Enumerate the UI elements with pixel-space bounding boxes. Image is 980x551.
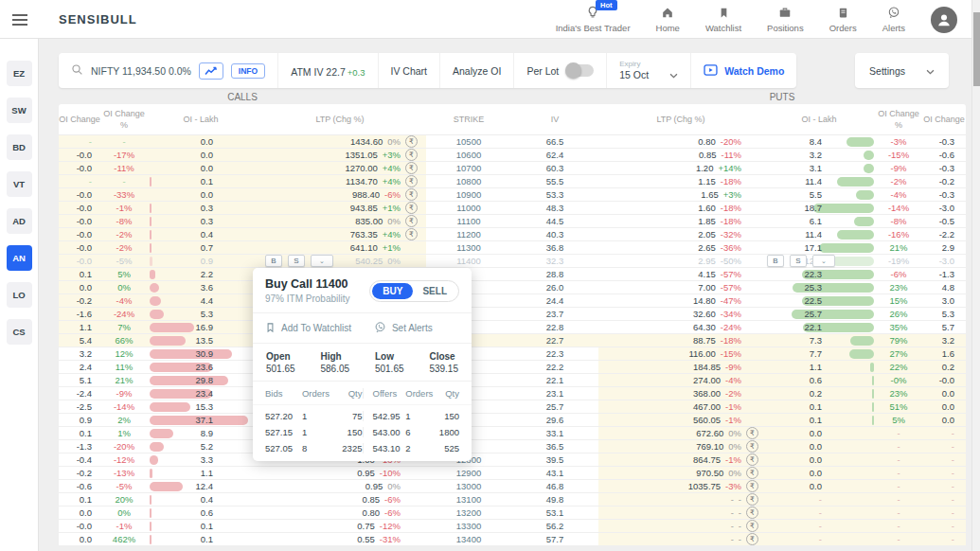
option-row-11100[interactable]: -0.0-8%0.3835.000%₹1110044.51.85-18%6.1-… bbox=[59, 215, 966, 228]
nav-item-best-trader[interactable]: Hot India's Best Trader bbox=[556, 6, 631, 33]
option-row[interactable]: -1.3-20%5.236.5769.100%₹0.0-- bbox=[59, 440, 966, 453]
option-row-11000[interactable]: -0.0-1%0.3943.85+1%₹1100048.31.60-18%18.… bbox=[59, 202, 966, 215]
sidebar-item-bd[interactable]: BD bbox=[7, 134, 32, 160]
put-oi-lakh: 5.5 bbox=[763, 188, 875, 201]
option-row[interactable]: -2.4-9%23.423.1368.00-2%0.223%0.0 bbox=[59, 387, 966, 400]
option-row[interactable]: -1.6-24%5.323.732.60-34%25.726%5.3 bbox=[59, 308, 966, 321]
option-row-11300[interactable]: -0.0-2%0.7641.10+1%1130036.82.65-36%17.1… bbox=[59, 241, 966, 255]
watch-demo-button[interactable]: Watch Demo bbox=[704, 64, 784, 78]
call-oi-change-pct: -2% bbox=[100, 241, 148, 254]
put-oi-change: -0.0 bbox=[922, 374, 966, 386]
analyze-oi-link[interactable]: Analyze OI bbox=[453, 65, 501, 77]
expiry-value: 15 Oct bbox=[619, 69, 649, 81]
nav-item-alerts[interactable]: Alerts bbox=[882, 6, 905, 33]
col-header-call-oi-change: OI Change bbox=[59, 115, 100, 126]
option-row[interactable]: 0.00%3.626.07.00-57%25.323%4.8 bbox=[59, 281, 966, 294]
nav-item-positions[interactable]: Positions bbox=[767, 6, 804, 33]
put-ltp: 7.00-57% bbox=[598, 281, 763, 293]
sidebar-item-an[interactable]: AN bbox=[7, 245, 32, 271]
option-row-10900[interactable]: -0.0-33%0.0988.40-6%₹1090053.31.65+3%5.5… bbox=[59, 188, 966, 202]
symbol-search[interactable]: NIFTY 11,934.50 0.0% INFO bbox=[59, 53, 277, 88]
option-row[interactable]: 0.11%8.933.1672.600%₹0.0-- bbox=[59, 427, 966, 440]
rupee-circle-icon: ₹ bbox=[405, 149, 418, 161]
put-oi-change: 1.6 bbox=[922, 347, 966, 360]
sidebar-item-vt[interactable]: VT bbox=[7, 171, 32, 197]
option-row[interactable]: -2.5-14%15.325.7467.00-1%0.151%0.0 bbox=[59, 400, 966, 414]
iv-value: 22.7 bbox=[511, 334, 598, 347]
expiry-dropdown[interactable]: Expiry 15 Oct bbox=[606, 53, 690, 88]
option-row-10700[interactable]: -0.0-11%0.01270.00+4%₹1070060.31.20+14%3… bbox=[59, 162, 966, 175]
add-to-watchlist-button[interactable]: Add To Watchlist bbox=[265, 322, 351, 335]
option-row[interactable]: 5.466%13.522.788.75-18%7.379%3.2 bbox=[59, 334, 966, 347]
put-ltp: --₹ bbox=[598, 493, 763, 506]
symbol-quote: NIFTY 11,934.50 0.0% bbox=[91, 65, 191, 77]
option-row-13100[interactable]: 0.120%0.40.85-6%1310049.8--₹--- bbox=[59, 493, 966, 507]
iv-chart-link[interactable]: IV Chart bbox=[391, 65, 428, 77]
put-sell-button[interactable]: S bbox=[790, 255, 807, 267]
call-sell-button[interactable]: S bbox=[288, 255, 305, 267]
sell-toggle-button[interactable]: SELL bbox=[413, 283, 456, 299]
call-oi-change-pct: -11% bbox=[100, 162, 148, 174]
option-row[interactable]: -0.2-4%4.424.414.80-47%22.515%3.0 bbox=[59, 294, 966, 308]
iv-value: 22.2 bbox=[511, 361, 598, 373]
call-buy-button[interactable]: B bbox=[265, 255, 282, 267]
per-lot-toggle[interactable] bbox=[566, 64, 594, 77]
option-row[interactable]: 3.212%30.922.3116.00-15%7.727%1.6 bbox=[59, 347, 966, 361]
sidebar-item-ad[interactable]: AD bbox=[7, 208, 32, 234]
call-ltp: 0.950% bbox=[254, 480, 426, 492]
call-oi-lakh: 5.3 bbox=[148, 308, 254, 320]
option-row-13200[interactable]: 0.00%0.60.80-6%1320053.1--₹--- bbox=[59, 507, 966, 520]
option-row[interactable]: 0.15%2.228.84.15-57%22.3-6%-1.3 bbox=[59, 268, 966, 281]
profile-avatar[interactable] bbox=[931, 7, 957, 33]
rupee-circle-icon: ₹ bbox=[405, 162, 418, 174]
sidebar-item-sw[interactable]: SW bbox=[7, 98, 32, 123]
settings-dropdown[interactable]: Settings bbox=[855, 53, 949, 88]
option-row[interactable]: 1.17%16.922.864.30-24%22.135%5.7 bbox=[59, 321, 966, 334]
option-row-10500[interactable]: --0.01434.600%₹1050066.50.80-20%8.4-3%-0… bbox=[59, 135, 966, 149]
option-row[interactable]: 5.121%29.822.1274.00-4%0.6-0%-0.0 bbox=[59, 374, 966, 387]
atm-iv-section: ATM IV 22.7+0.3 bbox=[277, 53, 377, 88]
option-row-12800[interactable]: -0.4-12%3.31.00-13%1280039.5864.75-1%₹0.… bbox=[59, 453, 966, 467]
call-oi-lakh: 0.3 bbox=[148, 202, 254, 214]
iv-value: 26.0 bbox=[511, 281, 598, 293]
put-ltp: 467.00-1% bbox=[598, 400, 763, 413]
put-buy-button[interactable]: B bbox=[767, 255, 784, 267]
put-oi-change: 2.9 bbox=[922, 241, 966, 254]
info-button[interactable]: INFO bbox=[231, 63, 265, 79]
nav-item-home[interactable]: Home bbox=[656, 6, 680, 33]
strike-price: 11400 bbox=[426, 255, 511, 267]
option-row-13300[interactable]: -0.0-1%0.10.75-12%1330056.2--₹--- bbox=[59, 520, 966, 533]
call-oi-change-pct: 20% bbox=[100, 493, 148, 506]
call-more-button[interactable]: ⌄ bbox=[311, 255, 333, 267]
sidebar-item-lo[interactable]: LO bbox=[7, 282, 32, 308]
option-row-10800[interactable]: --0.11134.70+4%₹1080055.51.15-18%11.4-2%… bbox=[59, 175, 966, 188]
atm-iv-change: +0.3 bbox=[347, 67, 365, 78]
option-row[interactable]: 2.411%23.622.2184.85-9%1.122%0.2 bbox=[59, 361, 966, 374]
option-row[interactable]: 0.92%37.129.6560.05-1%0.15%0.0 bbox=[59, 414, 966, 427]
put-more-button[interactable]: ⌄ bbox=[812, 255, 835, 267]
atm-iv-value: ATM IV 22.7 bbox=[291, 66, 346, 78]
option-row-13400[interactable]: 0.0462%0.10.55-31%1340057.7--₹--- bbox=[59, 533, 966, 546]
sidebar-item-cs[interactable]: CS bbox=[7, 319, 32, 345]
option-row-11400[interactable]: -0.0-5%0.9BS⌄540.250%1140032.32.95-50%BS… bbox=[59, 255, 966, 268]
option-row-13000[interactable]: -0.6-5%12.40.950%1300046.81035.75-3%₹0.0… bbox=[59, 480, 966, 493]
option-row-12900[interactable]: -0.2-13%1.10.95-10%1290043.1970.500%₹0.0… bbox=[59, 467, 966, 480]
scrollbar-thumb[interactable] bbox=[973, 12, 980, 86]
call-oi-change: -0.0 bbox=[59, 241, 100, 254]
sidebar-item-ez[interactable]: EZ bbox=[7, 61, 32, 86]
buy-toggle-button[interactable]: BUY bbox=[372, 283, 413, 299]
option-row-10600[interactable]: -0.0-17%0.01351.05+3%₹1060062.40.85-11%3… bbox=[59, 149, 966, 162]
call-oi-change: 1.1 bbox=[59, 321, 100, 333]
nav-item-watchlist[interactable]: Watchlist bbox=[705, 7, 741, 33]
rupee-circle-icon: ₹ bbox=[746, 427, 758, 439]
mini-chart-button[interactable] bbox=[199, 62, 223, 80]
hamburger-menu-icon[interactable] bbox=[12, 14, 27, 28]
page-scrollbar[interactable] bbox=[971, 0, 980, 551]
nav-item-orders[interactable]: Orders bbox=[829, 7, 857, 33]
put-oi-change-pct: 15% bbox=[875, 294, 922, 307]
option-row-11200[interactable]: -0.0-2%0.4763.35+4%₹1120040.32.05-32%11.… bbox=[59, 228, 966, 241]
set-alerts-button[interactable]: Set Alerts bbox=[374, 321, 433, 335]
put-oi-change-pct: -9% bbox=[875, 162, 922, 174]
iv-value: 48.3 bbox=[511, 202, 598, 214]
brand-logo: SENSIBULL bbox=[59, 12, 137, 27]
